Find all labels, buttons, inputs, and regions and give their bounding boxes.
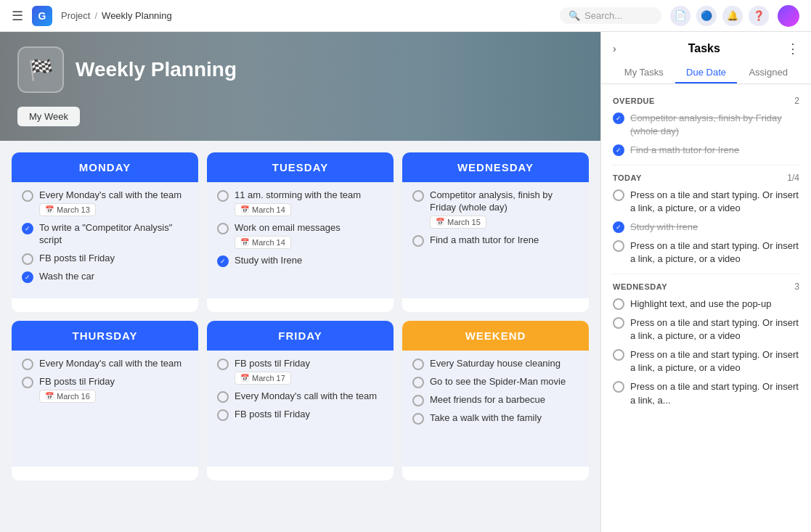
- panel-collapse-icon[interactable]: ›: [613, 43, 616, 54]
- task-label: To write a "Competitor Analysis" script: [39, 222, 188, 247]
- task-label: Competitor analysis, finish by Friday (w…: [430, 189, 579, 229]
- nav-right: 🔍 Search... 📄 🔵 🔔 ❓: [560, 5, 799, 27]
- calendar-icon: 📅: [240, 205, 249, 213]
- task-label: Every Monday's call with the team: [235, 390, 377, 403]
- avatar[interactable]: [778, 5, 799, 27]
- panel-task-checkbox[interactable]: [613, 144, 624, 156]
- panel-task-item: Press on a tile and start typing. Or ins…: [613, 380, 799, 406]
- search-placeholder: Search...: [584, 10, 622, 21]
- panel-task-checkbox[interactable]: [613, 349, 624, 361]
- task-label: Go to see the Spider-Man movie: [430, 376, 566, 388]
- task-checkbox[interactable]: [217, 190, 229, 202]
- task-checkbox[interactable]: [22, 223, 33, 234]
- task-checkbox[interactable]: [217, 255, 229, 267]
- panel-task-checkbox[interactable]: [613, 112, 624, 124]
- task-label: FB posts til Friday: [235, 409, 310, 421]
- panel-task-checkbox[interactable]: [613, 189, 624, 201]
- task-label: Every Monday's call with the team📅March …: [39, 189, 182, 216]
- panel-task-text: Press on a tile and start typing. Or ins…: [630, 380, 799, 406]
- task-item: Work on email messages📅March 14: [217, 222, 383, 249]
- task-checkbox[interactable]: [412, 395, 424, 406]
- task-checkbox[interactable]: [22, 253, 33, 265]
- task-label: Study with Irene: [235, 255, 302, 267]
- task-checkbox[interactable]: [217, 223, 229, 234]
- panel-task-text: Find a math tutor for Irene: [630, 144, 739, 157]
- banner-icon: 🏁: [17, 46, 64, 93]
- panel-task-checkbox[interactable]: [613, 317, 624, 329]
- my-week-button[interactable]: My Week: [17, 107, 80, 126]
- day-body-thursday: Every Monday's call with the teamFB post…: [12, 351, 198, 467]
- notif-icon[interactable]: 🔵: [696, 6, 717, 26]
- task-checkbox[interactable]: [217, 391, 229, 403]
- doc-icon[interactable]: 📄: [670, 6, 690, 26]
- calendar-icon: 📅: [240, 238, 249, 246]
- task-checkbox[interactable]: [217, 409, 229, 421]
- panel-task-checkbox[interactable]: [613, 221, 624, 233]
- breadcrumb-project[interactable]: Project: [61, 10, 90, 21]
- section-divider: [613, 165, 799, 165]
- task-checkbox[interactable]: [412, 190, 424, 202]
- section-divider: [613, 274, 799, 274]
- task-checkbox[interactable]: [412, 359, 424, 370]
- panel-task-text: Study with Irene: [630, 221, 698, 234]
- section-title: TODAY: [613, 173, 642, 182]
- task-checkbox[interactable]: [412, 413, 424, 425]
- panel-task-item: Find a math tutor for Irene: [613, 144, 799, 157]
- date-badge[interactable]: 📅March 15: [430, 216, 486, 229]
- panel-body: OVERDUE2Competitor analysis, finish by F…: [601, 84, 811, 532]
- calendar-icon: 📅: [45, 392, 54, 400]
- date-badge[interactable]: 📅March 14: [235, 203, 291, 216]
- task-checkbox[interactable]: [22, 190, 33, 202]
- task-checkbox[interactable]: [412, 377, 424, 388]
- right-panel: › Tasks ⋮ My TasksDue DateAssigned OVERD…: [600, 32, 811, 532]
- panel-tab-assigned[interactable]: Assigned: [737, 62, 799, 83]
- task-checkbox[interactable]: [217, 359, 229, 370]
- task-item: FB posts til Friday📅March 17: [217, 358, 383, 385]
- section-header: OVERDUE2: [613, 96, 799, 106]
- task-checkbox[interactable]: [22, 359, 33, 370]
- task-checkbox[interactable]: [22, 377, 33, 388]
- day-card-friday: FRIDAYFB posts til Friday📅March 17Every …: [207, 321, 394, 480]
- panel-more-icon[interactable]: ⋮: [786, 41, 799, 57]
- panel-task-checkbox[interactable]: [613, 381, 624, 393]
- nav-icons: 📄 🔵 🔔 ❓: [670, 6, 769, 26]
- task-label: FB posts til Friday📅March 16: [39, 376, 115, 403]
- search-icon: 🔍: [568, 10, 580, 21]
- task-checkbox[interactable]: [412, 235, 424, 247]
- week-grid: MONDAYEvery Monday's call with the team📅…: [0, 141, 600, 492]
- section-title: OVERDUE: [613, 97, 655, 105]
- top-nav: ☰ G Project / Weekly Planning 🔍 Search..…: [0, 0, 811, 32]
- task-item: Every Monday's call with the team: [22, 358, 188, 370]
- date-badge[interactable]: 📅March 13: [39, 203, 96, 216]
- section-title: WEDNESDAY: [613, 282, 667, 291]
- task-item: Every Monday's call with the team📅March …: [22, 189, 188, 216]
- day-body-monday: Every Monday's call with the team📅March …: [12, 182, 198, 298]
- section-header: WEDNESDAY3: [613, 282, 799, 292]
- banner-title: Weekly Planning: [76, 58, 237, 81]
- panel-tab-due-date[interactable]: Due Date: [675, 62, 738, 83]
- panel-tab-my-tasks[interactable]: My Tasks: [613, 62, 675, 83]
- date-badge[interactable]: 📅March 16: [39, 390, 96, 403]
- section-count: 2: [794, 96, 799, 106]
- day-card-thursday: THURSDAYEvery Monday's call with the tea…: [12, 321, 198, 480]
- panel-task-checkbox[interactable]: [613, 298, 624, 310]
- date-badge[interactable]: 📅March 17: [235, 372, 291, 385]
- search-box[interactable]: 🔍 Search...: [560, 7, 661, 24]
- panel-task-checkbox[interactable]: [613, 240, 624, 252]
- hamburger-icon[interactable]: ☰: [12, 8, 23, 24]
- task-label: FB posts til Friday📅March 17: [235, 358, 310, 385]
- date-badge[interactable]: 📅March 14: [235, 236, 291, 249]
- panel-task-text: Press on a tile and start typing. Or ins…: [630, 240, 799, 266]
- task-item: Competitor analysis, finish by Friday (w…: [412, 189, 579, 229]
- bell-icon[interactable]: 🔔: [722, 6, 743, 26]
- task-checkbox[interactable]: [22, 271, 33, 283]
- calendar-icon: 📅: [240, 374, 249, 382]
- task-item: FB posts til Friday📅March 16: [22, 376, 188, 403]
- task-label: Every Saturday house cleaning: [430, 358, 561, 370]
- task-label: FB posts til Friday: [39, 253, 115, 265]
- panel-tabs: My TasksDue DateAssigned: [601, 57, 811, 84]
- help-icon[interactable]: ❓: [749, 6, 769, 26]
- content-area: 🏁 Weekly Planning My Week MONDAYEvery Mo…: [0, 32, 600, 532]
- calendar-icon: 📅: [436, 218, 444, 226]
- task-item: Study with Irene: [217, 255, 383, 267]
